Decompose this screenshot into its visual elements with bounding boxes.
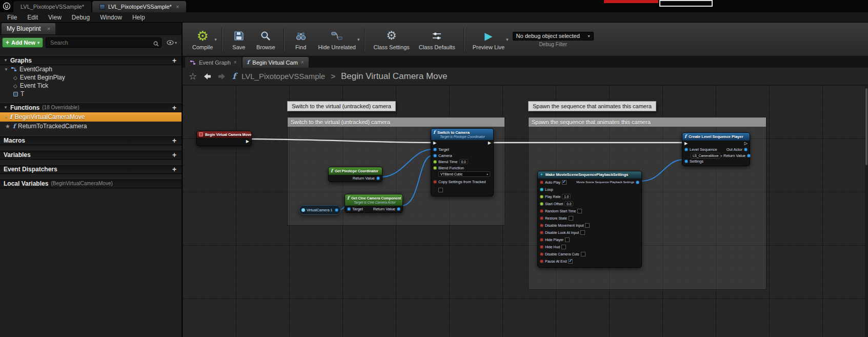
- disable-camera-cuts-checkbox[interactable]: [581, 252, 586, 256]
- hide-player-pin[interactable]: [540, 238, 543, 242]
- node-switch-to-camera[interactable]: f Switch to Camera Target is Pixotope Co…: [431, 128, 494, 196]
- exec-out-pin[interactable]: ▶: [488, 141, 491, 145]
- variables-section-header[interactable]: Variables +: [0, 150, 181, 160]
- target-pin[interactable]: [433, 148, 437, 151]
- data-wire[interactable]: [401, 155, 433, 206]
- add-new-button[interactable]: + Add New ▾: [2, 37, 43, 48]
- view-options-button[interactable]: ▾: [164, 37, 179, 48]
- copy-settings-checkbox[interactable]: [438, 188, 443, 192]
- node-header[interactable]: Begin Virtual Camera Move: [197, 131, 251, 138]
- return-value-pin[interactable]: [747, 154, 751, 157]
- tab-event-graph[interactable]: Event Graph ×: [185, 57, 241, 68]
- tree-item-eventgraph[interactable]: ▼ EventGraph: [0, 65, 181, 73]
- node-header[interactable]: f Create Level Sequence Player: [682, 133, 750, 141]
- back-arrow-icon[interactable]: [203, 72, 212, 81]
- add-function-button[interactable]: +: [171, 104, 178, 112]
- hide-player-checkbox[interactable]: [565, 237, 570, 242]
- exec-wire[interactable]: [249, 139, 433, 143]
- menu-view[interactable]: View: [43, 12, 67, 22]
- node-create-level-sequence-player[interactable]: f Create Level Sequence Player ▶ ▷ Level…: [682, 132, 750, 166]
- tab-begin-virtual-camera[interactable]: f Begin Virtual Cam ×: [243, 57, 309, 68]
- menu-debug[interactable]: Debug: [67, 12, 95, 22]
- settings-pin[interactable]: [684, 160, 688, 163]
- node-begin-virtual-camera-move[interactable]: Begin Virtual Camera Move ▶: [196, 131, 252, 146]
- browse-button[interactable]: Browse: [252, 27, 280, 52]
- blend-function-dropdown[interactable]: VTBlend Cubic ▾: [438, 171, 490, 177]
- expander-icon[interactable]: ▼: [4, 67, 8, 72]
- blend-function-pin[interactable]: [433, 166, 437, 170]
- class-defaults-button[interactable]: Class Defaults: [414, 27, 460, 52]
- exec-out-pin[interactable]: ▷: [744, 142, 748, 146]
- node-make-playback-settings[interactable]: ✦ Make MovieSceneSequencePlaybackSetting…: [537, 171, 642, 268]
- close-icon[interactable]: ×: [47, 26, 50, 32]
- favorite-star-icon[interactable]: ☆: [189, 71, 197, 82]
- return-value-pin[interactable]: [397, 207, 400, 211]
- disable-movement-input-checkbox[interactable]: [585, 223, 590, 228]
- graphs-section-header[interactable]: ▼ Graphs +: [0, 55, 181, 65]
- tree-item-event-beginplay[interactable]: ◇ Event BeginPlay: [0, 73, 181, 82]
- macros-section-header[interactable]: Macros +: [0, 135, 181, 145]
- function-item-returntotrackedcamera[interactable]: ★ f ReturnToTrackedCamera: [0, 122, 181, 131]
- local-variables-section-header[interactable]: Local Variables (BeginVirtualCameraMove): [0, 179, 181, 188]
- node-header[interactable]: ✦ Make MovieSceneSequencePlaybackSetting…: [538, 171, 641, 179]
- function-item-beginvirtualcameramove[interactable]: ● f BeginVirtualCameraMove: [0, 112, 181, 122]
- node-header[interactable]: f Switch to Camera Target is Pixotope Co…: [431, 129, 493, 140]
- camera-pin[interactable]: [433, 154, 437, 157]
- my-blueprint-tab[interactable]: My Blueprint ×: [2, 23, 55, 34]
- save-button[interactable]: Save: [226, 27, 252, 52]
- menu-window[interactable]: Window: [95, 12, 127, 22]
- random-start-time-checkbox[interactable]: [577, 209, 582, 213]
- start-offset-pin[interactable]: [540, 202, 543, 206]
- variable-out-pin[interactable]: [335, 208, 338, 212]
- find-button[interactable]: Find: [288, 27, 314, 52]
- close-icon[interactable]: ×: [176, 4, 179, 10]
- preview-live-button[interactable]: ▶ Preview Live: [468, 27, 509, 52]
- copy-settings-pin[interactable]: [433, 180, 437, 184]
- blend-time-pin[interactable]: [433, 160, 437, 164]
- level-sequence-pin[interactable]: [684, 148, 688, 151]
- add-event-dispatcher-button[interactable]: +: [171, 165, 178, 173]
- tree-item-event-tick[interactable]: ◇ Event Tick: [0, 82, 181, 90]
- vertical-scrollbar[interactable]: [865, 85, 868, 337]
- random-start-time-pin[interactable]: [540, 209, 543, 213]
- hide-unrelated-caret[interactable]: ▾: [357, 37, 360, 42]
- disable-look-at-input-checkbox[interactable]: [580, 230, 585, 235]
- window-tab-level-active[interactable]: LVL_PixotopeVSSample* ×: [92, 1, 186, 12]
- blend-time-input[interactable]: 0.0: [459, 159, 468, 164]
- expander-icon[interactable]: ▼: [4, 58, 8, 63]
- forward-arrow-icon[interactable]: [217, 72, 227, 81]
- node-get-pixotope-coordinator[interactable]: f Get Pixotope Coordinator Return Value: [328, 167, 382, 182]
- add-variable-button[interactable]: +: [171, 151, 178, 159]
- window-tab-level[interactable]: LVL_PixotopeVSSample*: [13, 1, 91, 12]
- menu-edit[interactable]: Edit: [22, 12, 43, 22]
- exec-in-pin[interactable]: ▶: [433, 141, 436, 145]
- graph-canvas[interactable]: Switch to the virtual (untracked) camera…: [183, 85, 868, 337]
- restore-state-checkbox[interactable]: [569, 216, 573, 221]
- class-settings-button[interactable]: ⚙ Class Settings: [369, 27, 414, 52]
- tree-item-t[interactable]: T: [0, 90, 181, 98]
- out-actor-pin[interactable]: [744, 148, 748, 151]
- node-header[interactable]: f Get Pixotope Coordinator: [329, 167, 382, 175]
- debug-object-dropdown[interactable]: No debug object selected ▾: [513, 32, 594, 41]
- data-wire[interactable]: [641, 160, 684, 181]
- event-dispatchers-section-header[interactable]: Event Dispatchers +: [0, 164, 181, 174]
- close-icon[interactable]: ×: [234, 60, 237, 65]
- expander-icon[interactable]: ▼: [4, 105, 8, 110]
- level-sequence-dropdown[interactable]: LS_CameraMove ▾: [691, 153, 720, 158]
- functions-section-header[interactable]: ▼ Functions (18 Overridable) +: [0, 103, 181, 112]
- node-virtual-camera-variable[interactable]: VirtualCamera 1: [299, 205, 341, 215]
- unreal-logo-icon[interactable]: [0, 0, 13, 12]
- auto-play-checkbox[interactable]: [562, 180, 567, 185]
- play-rate-input[interactable]: 1.0: [562, 194, 571, 199]
- play-rate-pin[interactable]: [540, 195, 543, 199]
- hide-unrelated-button[interactable]: Hide Unrelated: [314, 27, 360, 52]
- close-icon[interactable]: ×: [301, 60, 304, 65]
- disable-camera-cuts-pin[interactable]: [540, 252, 543, 256]
- breadcrumb-root[interactable]: LVL_PixotopeVSSample: [241, 72, 325, 81]
- settings-out-pin[interactable]: [636, 181, 639, 184]
- exec-in-pin[interactable]: ▶: [684, 142, 688, 146]
- exec-out-pin[interactable]: ▶: [246, 140, 249, 144]
- disable-look-at-input-pin[interactable]: [540, 231, 543, 234]
- search-input[interactable]: [46, 37, 162, 48]
- compile-options-caret[interactable]: ▾: [214, 37, 217, 42]
